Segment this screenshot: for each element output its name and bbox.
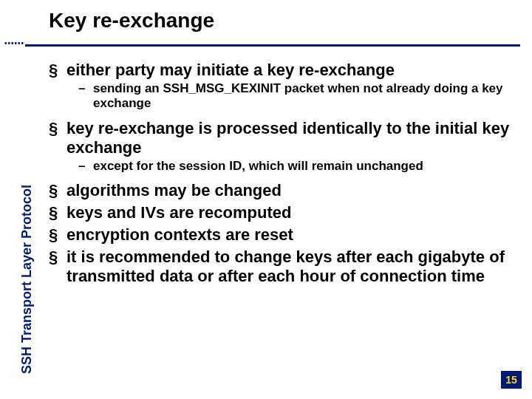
bullet-4: § keys and IVs are recomputed (49, 203, 510, 222)
decorative-dots: •••••• (4, 39, 24, 47)
bullet-3-text: algorithms may be changed (66, 181, 282, 200)
bullet-6-text: it is recommended to change keys after e… (66, 248, 505, 285)
title-divider (25, 44, 520, 47)
bullet-6: § it is recommended to change keys after… (49, 248, 510, 286)
bullet-2-text: key re-exchange is processed identically… (66, 119, 509, 157)
bullet-5-text: encryption contexts are reset (66, 225, 293, 244)
bullet-1-sub-1: – sending an SSH_MSG_KEXINIT packet when… (78, 81, 510, 112)
bullet-1-text: either party may initiate a key re-excha… (66, 61, 395, 79)
bullet-2-sub-1-text: except for the session ID, which will re… (93, 159, 423, 173)
page-number: 15 (501, 371, 522, 389)
bullet-1: § either party may initiate a key re-exc… (49, 61, 510, 80)
bullet-2: § key re-exchange is processed identical… (49, 119, 510, 157)
bullet-1-sub-1-text: sending an SSH_MSG_KEXINIT packet when n… (93, 81, 503, 110)
slide-title: Key re-exchange (49, 9, 214, 33)
bullet-3: § algorithms may be changed (49, 181, 510, 200)
bullet-2-sub-1: – except for the session ID, which will … (78, 159, 510, 174)
bullet-5: § encryption contexts are reset (49, 225, 510, 245)
slide: Key re-exchange •••••• SSH Transport Lay… (0, 0, 532, 399)
bullet-4-text: keys and IVs are recomputed (66, 203, 291, 222)
content-area: § either party may initiate a key re-exc… (49, 58, 510, 287)
sidebar-label: SSH Transport Layer Protocol (19, 185, 35, 374)
